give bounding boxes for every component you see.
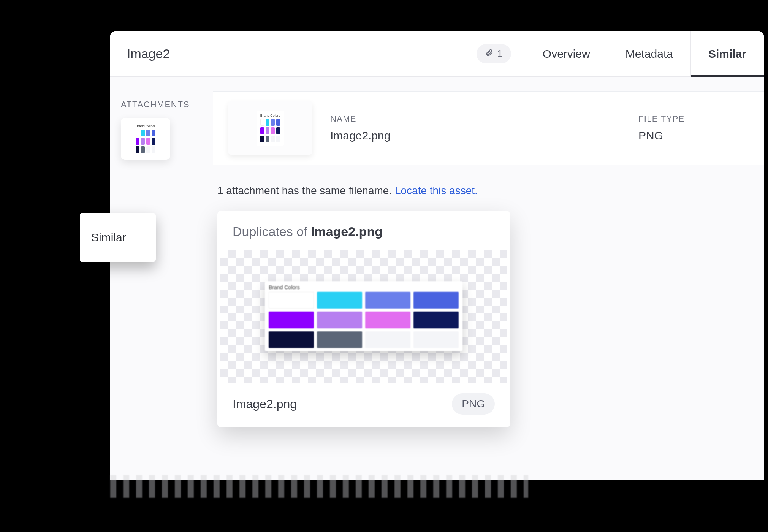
similar-content: Brand Colors NAME Image2.png bbox=[213, 77, 764, 480]
filetype-badge: PNG bbox=[452, 393, 495, 415]
name-column-label: NAME bbox=[330, 114, 620, 124]
type-column-label: FILE TYPE bbox=[638, 114, 749, 124]
attachment-count-pill[interactable]: 1 bbox=[477, 44, 511, 63]
tab-metadata[interactable]: Metadata bbox=[608, 31, 690, 76]
paperclip-icon bbox=[485, 48, 493, 60]
duplicate-filename: Image2.png bbox=[233, 397, 297, 411]
tab-overview[interactable]: Overview bbox=[525, 31, 608, 76]
palette-preview: Brand Colors bbox=[265, 281, 462, 351]
row-thumbnail: Brand Colors bbox=[228, 101, 312, 155]
attachments-label: ATTACHMENTS bbox=[121, 100, 202, 109]
duplicate-message: 1 attachment has the same filename. Loca… bbox=[213, 185, 764, 197]
asset-title: Image2 bbox=[110, 46, 170, 61]
duplicates-title: Duplicates of Image2.png bbox=[217, 211, 510, 250]
panel-header: Image2 1 Overview Metadata Similar bbox=[110, 31, 764, 77]
duplicate-preview: Brand Colors bbox=[220, 250, 507, 383]
palette-thumbnail: Brand Colors bbox=[132, 121, 160, 156]
attachment-count: 1 bbox=[497, 48, 502, 60]
floating-similar-card[interactable]: Similar bbox=[80, 213, 156, 262]
panel-tabs: Overview Metadata Similar bbox=[525, 31, 764, 76]
attachments-sidebar: ATTACHMENTS Brand Colors bbox=[110, 77, 213, 480]
name-column-value: Image2.png bbox=[330, 129, 620, 142]
palette-thumbnail: Brand Colors bbox=[257, 111, 284, 146]
type-column-value: PNG bbox=[638, 129, 749, 142]
duplicates-card[interactable]: Duplicates of Image2.png Brand Colors bbox=[217, 211, 510, 428]
decorative-shadow bbox=[110, 475, 528, 498]
attachment-thumbnail[interactable]: Brand Colors bbox=[121, 118, 170, 160]
attachment-row[interactable]: Brand Colors NAME Image2.png bbox=[213, 91, 764, 165]
asset-panel: Image2 1 Overview Metadata Similar ATTAC… bbox=[110, 31, 764, 480]
locate-asset-link[interactable]: Locate this asset. bbox=[395, 185, 478, 196]
tab-similar[interactable]: Similar bbox=[690, 31, 764, 76]
floating-similar-label: Similar bbox=[91, 231, 126, 244]
